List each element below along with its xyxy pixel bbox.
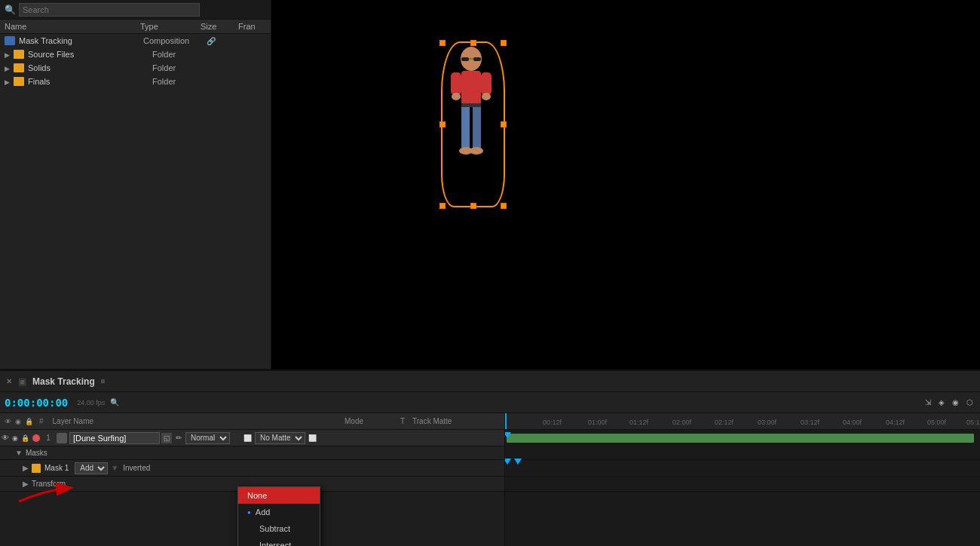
expand-masks-icon[interactable]: ▼ <box>15 449 23 457</box>
track-matte-dropdown[interactable]: No Matte <box>255 432 305 444</box>
search-layers-btn[interactable]: 🔍 <box>108 397 121 407</box>
fps-label: 24.00 fps <box>77 399 105 406</box>
layer-row[interactable]: 👁 ◉ 🔒 1 ◱ ✏ Normal ⬜ No Matte ⬜ <box>0 430 504 446</box>
mask1-row: ▶ Mask 1 Add ▼ Inverted <box>0 460 504 477</box>
menu-icon[interactable]: ≡ <box>101 377 106 385</box>
hash-icon: # <box>39 417 44 425</box>
project-item-type: Folder <box>152 50 213 59</box>
lock-toggle[interactable]: 🔒 <box>21 434 30 442</box>
handle-bottom-middle[interactable] <box>470 203 476 209</box>
timeline-ctrl-3[interactable]: ◉ <box>950 397 961 407</box>
ruler-bar: 00:12f 01:00f 01:12f 02:00f 02:12f 03:00… <box>505 413 980 430</box>
project-item-type: Folder <box>152 63 213 72</box>
expand-mask1-icon[interactable]: ▶ <box>23 464 29 472</box>
ruler-mark-0012: 00:12f <box>543 419 562 426</box>
mode-dropdown[interactable]: Normal <box>185 432 230 444</box>
layer-columns-header: 👁 ◉ 🔒 # Layer Name Mode T Track Matte <box>0 413 504 430</box>
search-input[interactable] <box>19 3 200 17</box>
inverted-label: Inverted <box>123 464 150 472</box>
layer-bar <box>507 434 974 443</box>
project-columns: Name Type Size Fran <box>0 20 271 34</box>
timeline-ctrl-2[interactable]: ◈ <box>936 397 947 407</box>
menu-item-subtract[interactable]: Subtract <box>238 520 320 537</box>
handle-top-right[interactable] <box>501 40 507 46</box>
mask1-label: Mask 1 <box>44 464 69 472</box>
svg-rect-6 <box>481 72 492 95</box>
project-item-name: Solids <box>28 63 152 72</box>
menu-item-add[interactable]: Add <box>238 504 320 520</box>
layer-color-swatch[interactable] <box>32 434 40 442</box>
project-item-source-files[interactable]: ▶ Source Files Folder <box>0 48 271 61</box>
project-item-finals[interactable]: ▶ Finals Folder <box>0 75 271 88</box>
track-icon: ⬜ <box>243 434 252 442</box>
handle-middle-right[interactable] <box>501 121 507 127</box>
expand-icon: ▶ <box>5 51 11 57</box>
timecode[interactable]: 0:00:00:00 <box>5 397 68 409</box>
layer-name-col: Layer Name <box>53 417 341 425</box>
layer-name-input[interactable] <box>69 432 160 444</box>
layer-pen-btn[interactable]: ✏ <box>173 433 184 443</box>
mask-mode-select[interactable]: Add <box>75 462 108 474</box>
close-icon[interactable]: ✕ <box>6 377 12 385</box>
layer-area: 👁 ◉ 🔒 # Layer Name Mode T Track Matte 👁 … <box>0 413 980 546</box>
search-icon: 🔍 <box>5 5 16 15</box>
mask-keyframe-2 <box>514 459 522 465</box>
col-name-header: Name <box>5 22 140 31</box>
masks-label: Masks <box>26 449 47 457</box>
playhead[interactable] <box>505 413 507 429</box>
layer-icon-group: 👁 ◉ 🔒 <box>3 417 33 426</box>
layer-timeline-main <box>505 430 980 446</box>
timeline-controls: 0:00:00:00 24.00 fps 🔍 ⇲ ◈ ◉ ⬡ <box>0 392 980 413</box>
svg-point-7 <box>452 93 461 100</box>
ruler-mark-0400: 04:00f <box>843 419 862 426</box>
handle-bottom-left[interactable] <box>439 203 446 209</box>
mask-mode-menu: None Add Subtract Intersect <box>237 486 320 546</box>
project-item-solids[interactable]: ▶ Solids Folder <box>0 61 271 75</box>
project-item-name: Source Files <box>28 50 152 59</box>
expand-transform-icon[interactable]: ▶ <box>23 480 29 488</box>
folder-icon <box>14 50 24 59</box>
menu-item-none[interactable]: None <box>238 487 320 504</box>
solo-toggle[interactable]: ◉ <box>12 434 21 442</box>
project-item-type: Composition <box>143 36 204 45</box>
lock-col-icon: 🔒 <box>24 417 33 426</box>
col-fran-header: Fran <box>238 22 261 31</box>
handle-bottom-right[interactable] <box>501 203 507 209</box>
svg-rect-4 <box>461 71 481 105</box>
layer-type-icon <box>57 433 67 443</box>
layer-number: 1 <box>42 434 54 442</box>
folder-icon <box>14 63 24 72</box>
ruler-mark-0200: 02:00f <box>672 419 691 426</box>
menu-item-intersect[interactable]: Intersect <box>238 537 320 546</box>
subtract-label: Subtract <box>259 524 290 533</box>
project-item-mask-tracking[interactable]: Mask Tracking Composition 🔗 <box>0 34 271 48</box>
panel-icon: ▣ <box>18 376 26 387</box>
add-label: Add <box>256 508 271 517</box>
ruler-mark-0500: 05:00f <box>927 419 946 426</box>
svg-rect-1 <box>461 57 469 61</box>
mask-keyframe-1 <box>505 459 511 465</box>
person-figure <box>445 45 498 204</box>
timeline-ctrl-4[interactable]: ⬡ <box>964 397 975 407</box>
project-item-type: Folder <box>152 77 213 86</box>
layer-options-btn[interactable]: ◱ <box>161 433 172 443</box>
expand-icon: ▶ <box>5 65 11 71</box>
preview-panel <box>271 0 980 370</box>
col-type-header: Type <box>140 22 201 31</box>
transform-label: Transform <box>32 480 66 488</box>
ruler-mark-0300: 03:00f <box>758 419 776 426</box>
mode-col: Mode <box>345 417 397 425</box>
t-col: T <box>400 417 409 425</box>
svg-rect-5 <box>451 72 461 95</box>
timeline-header: ✕ ▣ Mask Tracking ≡ <box>0 371 980 392</box>
svg-rect-9 <box>461 104 470 149</box>
svg-rect-2 <box>473 57 481 61</box>
tl-transform-row <box>505 477 980 492</box>
timeline-ruler: 00:12f 01:00f 01:12f 02:00f 02:12f 03:00… <box>505 413 980 546</box>
tl-mask1-row <box>505 460 980 477</box>
timeline-panel: ✕ ▣ Mask Tracking ≡ 0:00:00:00 24.00 fps… <box>0 370 980 546</box>
solo-col-icon: ◉ <box>14 417 23 426</box>
visibility-toggle[interactable]: 👁 <box>2 434 12 442</box>
mask1-color-icon <box>32 464 41 473</box>
timeline-ctrl-1[interactable]: ⇲ <box>923 397 933 407</box>
